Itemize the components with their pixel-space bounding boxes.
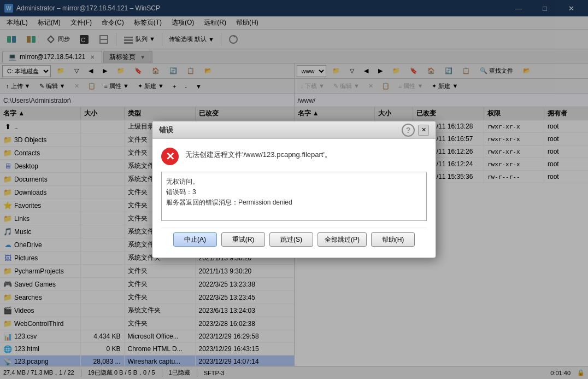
dialog-buttons: 中止(A) 重试(R) 跳过(S) 全部跳过(P) 帮助(H) (161, 228, 427, 253)
dialog-help-icon[interactable]: ? (402, 124, 415, 137)
dialog-error-message: 无法创建远程文件'/www/123.pcapng.filepart'。 (185, 148, 332, 160)
dialog-error-row: ✕ 无法创建远程文件'/www/123.pcapng.filepart'。 (161, 148, 427, 165)
dialog-title-bar: 错误 ? ✕ (152, 121, 436, 139)
skip-all-button[interactable]: 全部跳过(P) (317, 232, 367, 247)
error-dialog: 错误 ? ✕ ✕ 无法创建远程文件'/www/123.pcapng.filepa… (152, 121, 436, 258)
help-button[interactable]: 帮助(H) (371, 232, 415, 247)
dialog-overlay: 错误 ? ✕ ✕ 无法创建远程文件'/www/123.pcapng.filepa… (0, 0, 588, 379)
dialog-title: 错误 (159, 125, 173, 135)
dialog-body: ✕ 无法创建远程文件'/www/123.pcapng.filepart'。 无权… (152, 139, 436, 258)
dialog-close-btn[interactable]: ✕ (418, 125, 429, 136)
detail-line-3: 服务器返回的错误消息：Permission denied (166, 197, 422, 208)
abort-button[interactable]: 中止(A) (173, 232, 217, 247)
skip-button[interactable]: 跳过(S) (269, 232, 313, 247)
detail-line-2: 错误码：3 (166, 187, 422, 197)
error-icon: ✕ (161, 148, 179, 165)
dialog-detail-box: 无权访问。 错误码：3 服务器返回的错误消息：Permission denied (161, 172, 427, 221)
detail-line-1: 无权访问。 (166, 177, 422, 187)
retry-button[interactable]: 重试(R) (221, 232, 265, 247)
